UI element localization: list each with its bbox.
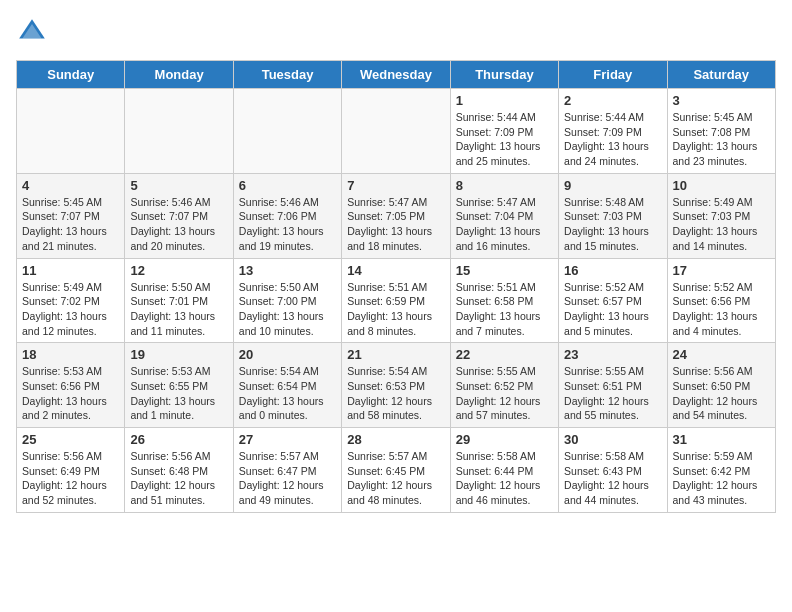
calendar-header-row: SundayMondayTuesdayWednesdayThursdayFrid…	[17, 61, 776, 89]
calendar-cell: 28Sunrise: 5:57 AMSunset: 6:45 PMDayligh…	[342, 428, 450, 513]
calendar-cell: 22Sunrise: 5:55 AMSunset: 6:52 PMDayligh…	[450, 343, 558, 428]
calendar-cell: 29Sunrise: 5:58 AMSunset: 6:44 PMDayligh…	[450, 428, 558, 513]
calendar-cell: 27Sunrise: 5:57 AMSunset: 6:47 PMDayligh…	[233, 428, 341, 513]
day-number: 12	[130, 263, 227, 278]
day-info: Sunrise: 5:53 AMSunset: 6:55 PMDaylight:…	[130, 364, 227, 423]
calendar-cell: 9Sunrise: 5:48 AMSunset: 7:03 PMDaylight…	[559, 173, 667, 258]
calendar-cell	[342, 89, 450, 174]
calendar-cell: 21Sunrise: 5:54 AMSunset: 6:53 PMDayligh…	[342, 343, 450, 428]
day-number: 1	[456, 93, 553, 108]
day-number: 10	[673, 178, 770, 193]
calendar-cell: 31Sunrise: 5:59 AMSunset: 6:42 PMDayligh…	[667, 428, 775, 513]
day-info: Sunrise: 5:52 AMSunset: 6:57 PMDaylight:…	[564, 280, 661, 339]
calendar-cell: 23Sunrise: 5:55 AMSunset: 6:51 PMDayligh…	[559, 343, 667, 428]
day-info: Sunrise: 5:51 AMSunset: 6:59 PMDaylight:…	[347, 280, 444, 339]
day-number: 31	[673, 432, 770, 447]
day-number: 26	[130, 432, 227, 447]
calendar-week-3: 11Sunrise: 5:49 AMSunset: 7:02 PMDayligh…	[17, 258, 776, 343]
calendar-cell: 6Sunrise: 5:46 AMSunset: 7:06 PMDaylight…	[233, 173, 341, 258]
day-header-friday: Friday	[559, 61, 667, 89]
day-info: Sunrise: 5:57 AMSunset: 6:45 PMDaylight:…	[347, 449, 444, 508]
calendar-cell	[233, 89, 341, 174]
day-number: 18	[22, 347, 119, 362]
calendar-week-5: 25Sunrise: 5:56 AMSunset: 6:49 PMDayligh…	[17, 428, 776, 513]
day-info: Sunrise: 5:46 AMSunset: 7:06 PMDaylight:…	[239, 195, 336, 254]
calendar-cell: 17Sunrise: 5:52 AMSunset: 6:56 PMDayligh…	[667, 258, 775, 343]
logo-icon	[16, 16, 48, 48]
day-number: 30	[564, 432, 661, 447]
calendar-cell: 19Sunrise: 5:53 AMSunset: 6:55 PMDayligh…	[125, 343, 233, 428]
day-info: Sunrise: 5:54 AMSunset: 6:53 PMDaylight:…	[347, 364, 444, 423]
day-number: 14	[347, 263, 444, 278]
calendar-cell: 11Sunrise: 5:49 AMSunset: 7:02 PMDayligh…	[17, 258, 125, 343]
day-info: Sunrise: 5:55 AMSunset: 6:51 PMDaylight:…	[564, 364, 661, 423]
day-info: Sunrise: 5:58 AMSunset: 6:43 PMDaylight:…	[564, 449, 661, 508]
day-info: Sunrise: 5:56 AMSunset: 6:48 PMDaylight:…	[130, 449, 227, 508]
day-header-monday: Monday	[125, 61, 233, 89]
day-info: Sunrise: 5:44 AMSunset: 7:09 PMDaylight:…	[564, 110, 661, 169]
day-info: Sunrise: 5:59 AMSunset: 6:42 PMDaylight:…	[673, 449, 770, 508]
day-number: 28	[347, 432, 444, 447]
calendar-cell: 7Sunrise: 5:47 AMSunset: 7:05 PMDaylight…	[342, 173, 450, 258]
calendar-cell: 16Sunrise: 5:52 AMSunset: 6:57 PMDayligh…	[559, 258, 667, 343]
calendar-cell: 18Sunrise: 5:53 AMSunset: 6:56 PMDayligh…	[17, 343, 125, 428]
day-number: 24	[673, 347, 770, 362]
day-number: 29	[456, 432, 553, 447]
calendar-week-4: 18Sunrise: 5:53 AMSunset: 6:56 PMDayligh…	[17, 343, 776, 428]
day-info: Sunrise: 5:45 AMSunset: 7:07 PMDaylight:…	[22, 195, 119, 254]
day-number: 19	[130, 347, 227, 362]
calendar-cell: 25Sunrise: 5:56 AMSunset: 6:49 PMDayligh…	[17, 428, 125, 513]
day-info: Sunrise: 5:56 AMSunset: 6:49 PMDaylight:…	[22, 449, 119, 508]
day-info: Sunrise: 5:58 AMSunset: 6:44 PMDaylight:…	[456, 449, 553, 508]
day-info: Sunrise: 5:49 AMSunset: 7:02 PMDaylight:…	[22, 280, 119, 339]
calendar-cell: 4Sunrise: 5:45 AMSunset: 7:07 PMDaylight…	[17, 173, 125, 258]
day-info: Sunrise: 5:50 AMSunset: 7:01 PMDaylight:…	[130, 280, 227, 339]
day-header-thursday: Thursday	[450, 61, 558, 89]
day-info: Sunrise: 5:51 AMSunset: 6:58 PMDaylight:…	[456, 280, 553, 339]
calendar-cell: 14Sunrise: 5:51 AMSunset: 6:59 PMDayligh…	[342, 258, 450, 343]
day-number: 4	[22, 178, 119, 193]
day-info: Sunrise: 5:54 AMSunset: 6:54 PMDaylight:…	[239, 364, 336, 423]
day-info: Sunrise: 5:47 AMSunset: 7:04 PMDaylight:…	[456, 195, 553, 254]
day-number: 2	[564, 93, 661, 108]
calendar-cell	[17, 89, 125, 174]
calendar-cell	[125, 89, 233, 174]
day-number: 13	[239, 263, 336, 278]
day-number: 8	[456, 178, 553, 193]
day-number: 27	[239, 432, 336, 447]
calendar-cell: 2Sunrise: 5:44 AMSunset: 7:09 PMDaylight…	[559, 89, 667, 174]
calendar-cell: 12Sunrise: 5:50 AMSunset: 7:01 PMDayligh…	[125, 258, 233, 343]
calendar-cell: 30Sunrise: 5:58 AMSunset: 6:43 PMDayligh…	[559, 428, 667, 513]
day-number: 9	[564, 178, 661, 193]
day-number: 23	[564, 347, 661, 362]
calendar-week-2: 4Sunrise: 5:45 AMSunset: 7:07 PMDaylight…	[17, 173, 776, 258]
day-info: Sunrise: 5:49 AMSunset: 7:03 PMDaylight:…	[673, 195, 770, 254]
day-number: 3	[673, 93, 770, 108]
calendar-cell: 1Sunrise: 5:44 AMSunset: 7:09 PMDaylight…	[450, 89, 558, 174]
day-number: 20	[239, 347, 336, 362]
calendar-week-1: 1Sunrise: 5:44 AMSunset: 7:09 PMDaylight…	[17, 89, 776, 174]
day-number: 25	[22, 432, 119, 447]
day-number: 15	[456, 263, 553, 278]
day-number: 11	[22, 263, 119, 278]
day-header-sunday: Sunday	[17, 61, 125, 89]
day-number: 16	[564, 263, 661, 278]
calendar-cell: 3Sunrise: 5:45 AMSunset: 7:08 PMDaylight…	[667, 89, 775, 174]
day-info: Sunrise: 5:46 AMSunset: 7:07 PMDaylight:…	[130, 195, 227, 254]
day-info: Sunrise: 5:57 AMSunset: 6:47 PMDaylight:…	[239, 449, 336, 508]
calendar-cell: 26Sunrise: 5:56 AMSunset: 6:48 PMDayligh…	[125, 428, 233, 513]
calendar-cell: 8Sunrise: 5:47 AMSunset: 7:04 PMDaylight…	[450, 173, 558, 258]
day-info: Sunrise: 5:56 AMSunset: 6:50 PMDaylight:…	[673, 364, 770, 423]
day-number: 17	[673, 263, 770, 278]
calendar-cell: 5Sunrise: 5:46 AMSunset: 7:07 PMDaylight…	[125, 173, 233, 258]
calendar-cell: 10Sunrise: 5:49 AMSunset: 7:03 PMDayligh…	[667, 173, 775, 258]
day-header-tuesday: Tuesday	[233, 61, 341, 89]
day-info: Sunrise: 5:52 AMSunset: 6:56 PMDaylight:…	[673, 280, 770, 339]
calendar-cell: 13Sunrise: 5:50 AMSunset: 7:00 PMDayligh…	[233, 258, 341, 343]
day-info: Sunrise: 5:50 AMSunset: 7:00 PMDaylight:…	[239, 280, 336, 339]
day-info: Sunrise: 5:55 AMSunset: 6:52 PMDaylight:…	[456, 364, 553, 423]
day-number: 6	[239, 178, 336, 193]
page-header	[16, 16, 776, 48]
day-number: 21	[347, 347, 444, 362]
day-header-wednesday: Wednesday	[342, 61, 450, 89]
